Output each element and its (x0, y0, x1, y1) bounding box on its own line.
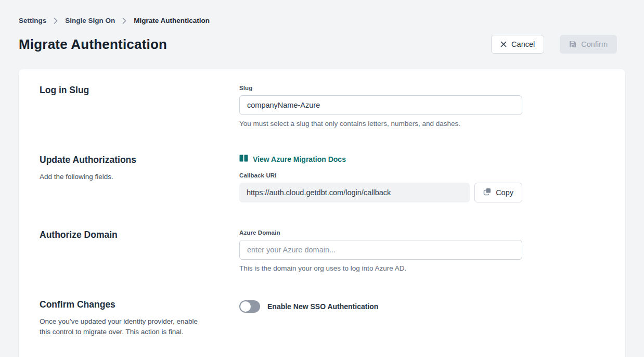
confirm-changes-description: Once you’ve updated your identity provid… (40, 316, 208, 338)
copy-icon (483, 188, 491, 197)
update-authorizations-description: Add the following fields. (40, 172, 208, 182)
confirm-button[interactable]: Confirm (560, 35, 617, 54)
copy-button-label: Copy (496, 188, 513, 197)
cancel-button[interactable]: Cancel (491, 35, 544, 54)
section-confirm-changes: Confirm Changes Once you’ve updated your… (40, 299, 604, 338)
breadcrumb-item-settings[interactable]: Settings (19, 17, 46, 24)
section-update-authorizations: Update Authorizations Add the following … (40, 155, 604, 202)
breadcrumb-item-single-sign-on[interactable]: Single Sign On (65, 17, 115, 24)
azure-domain-label: Azure Domain (239, 230, 522, 236)
slug-input[interactable] (239, 95, 522, 115)
copy-button[interactable]: Copy (474, 183, 522, 202)
chevron-right-icon (122, 18, 126, 24)
save-icon (569, 41, 576, 48)
page-title: Migrate Authentication (19, 36, 167, 53)
azure-domain-helper-text: This is the domain your org uses to log … (239, 264, 522, 272)
azure-domain-input[interactable] (239, 240, 522, 260)
cancel-button-label: Cancel (511, 40, 535, 48)
close-icon (500, 41, 507, 47)
callback-uri-value: https://auth.cloud.getdbt.com/login/call… (239, 183, 470, 202)
authorize-domain-heading: Authorize Domain (40, 230, 208, 240)
callback-uri-label: Callback URI (239, 172, 522, 178)
slug-field-label: Slug (239, 85, 522, 91)
breadcrumb-item-migrate-authentication: Migrate Authentication (134, 17, 210, 24)
update-authorizations-heading: Update Authorizations (40, 155, 208, 165)
breadcrumb: Settings Single Sign On Migrate Authenti… (19, 0, 625, 24)
slug-helper-text: You must select a slug that only contain… (239, 120, 522, 128)
section-authorize-domain: Authorize Domain Azure Domain This is th… (40, 230, 604, 272)
enable-sso-toggle-label: Enable New SSO Authentication (267, 302, 378, 311)
docs-link-label: View Azure Migration Docs (253, 155, 346, 163)
migrate-authentication-page: Settings Single Sign On Migrate Authenti… (0, 0, 644, 357)
confirm-changes-heading: Confirm Changes (40, 299, 208, 310)
section-login-slug: Log in Slug Slug You must select a slug … (40, 85, 604, 128)
chevron-right-icon (54, 18, 58, 24)
view-azure-migration-docs-link[interactable]: View Azure Migration Docs (239, 155, 346, 163)
settings-card: Log in Slug Slug You must select a slug … (19, 69, 625, 357)
header-actions: Cancel Confirm (491, 35, 617, 54)
enable-sso-toggle[interactable] (239, 300, 260, 313)
page-header: Migrate Authentication Cancel Confirm (19, 35, 625, 54)
book-icon (239, 155, 248, 163)
login-slug-heading: Log in Slug (40, 85, 208, 96)
toggle-knob (240, 301, 251, 312)
confirm-button-label: Confirm (581, 40, 608, 48)
